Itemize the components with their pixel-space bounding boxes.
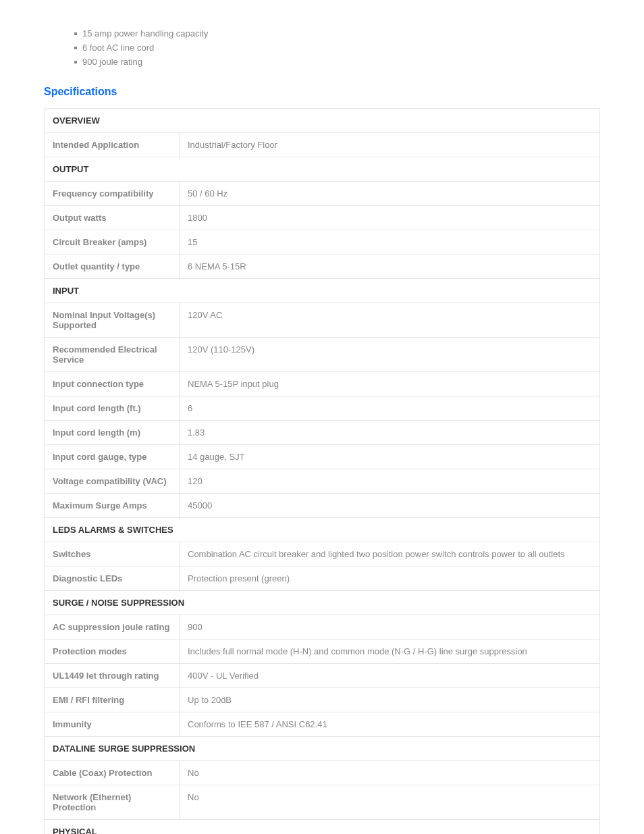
spec-value: 120V (110-125V) [180, 338, 600, 372]
spec-value: 400V - UL Verified [180, 664, 600, 688]
spec-value: 15 [180, 230, 600, 255]
spec-label: Diagnostic LEDs [45, 567, 180, 591]
spec-label: Input cord length (ft.) [45, 396, 180, 421]
spec-label: Circuit Breaker (amps) [45, 230, 180, 255]
feature-list: 15 amp power handling capacity 6 foot AC… [74, 27, 600, 69]
section-header: SURGE / NOISE SUPPRESSION [45, 591, 600, 615]
spec-label: Cable (Coax) Protection [45, 761, 180, 785]
section-header: OVERVIEW [45, 109, 600, 133]
table-row: UL1449 let through rating400V - UL Verif… [45, 664, 600, 688]
table-row: Maximum Surge Amps45000 [45, 494, 600, 518]
specifications-table: OVERVIEWIntended ApplicationIndustrial/F… [44, 108, 600, 834]
spec-label: Maximum Surge Amps [45, 494, 180, 518]
table-row: Network (Ethernet) ProtectionNo [45, 785, 600, 820]
table-row: Voltage compatibility (VAC)120 [45, 469, 600, 494]
table-row: Input cord length (ft.)6 [45, 396, 600, 421]
spec-value: Conforms to IEE 587 / ANSI C62.41 [180, 712, 600, 737]
table-row: Input cord gauge, type14 gauge, SJT [45, 445, 600, 469]
table-row: Cable (Coax) ProtectionNo [45, 761, 600, 785]
table-row: Input connection typeNEMA 5-15P input pl… [45, 372, 600, 396]
spec-value: No [180, 761, 600, 785]
spec-label: Nominal Input Voltage(s) Supported [45, 303, 180, 338]
section-header: PHYSICAL [45, 820, 600, 834]
spec-value: 1800 [180, 206, 600, 230]
section-header: LEDS ALARMS & SWITCHES [45, 518, 600, 542]
table-row: Diagnostic LEDsProtection present (green… [45, 567, 600, 591]
specifications-heading: Specifications [44, 86, 600, 98]
spec-label: Input connection type [45, 372, 180, 396]
table-row: Output watts1800 [45, 206, 600, 230]
spec-label: Intended Application [45, 133, 180, 157]
spec-label: Switches [45, 542, 180, 567]
table-row: Input cord length (m)1.83 [45, 421, 600, 445]
spec-label: Output watts [45, 206, 180, 230]
spec-label: UL1449 let through rating [45, 664, 180, 688]
spec-value: 50 / 60 Hz [180, 182, 600, 206]
spec-label: Immunity [45, 712, 180, 737]
spec-value: Industrial/Factory Floor [180, 133, 600, 157]
spec-label: Frequency compatibility [45, 182, 180, 206]
spec-value: Includes full normal mode (H-N) and comm… [180, 640, 600, 664]
spec-label: Input cord length (m) [45, 421, 180, 445]
spec-value: 1.83 [180, 421, 600, 445]
feature-item: 900 joule rating [74, 55, 600, 70]
spec-value: NEMA 5-15P input plug [180, 372, 600, 396]
table-row: Outlet quantity / type6 NEMA 5-15R [45, 255, 600, 279]
table-row: EMI / RFI filteringUp to 20dB [45, 688, 600, 712]
spec-label: Recommended Electrical Service [45, 338, 180, 372]
spec-value: 120 [180, 469, 600, 494]
spec-label: EMI / RFI filtering [45, 688, 180, 712]
spec-label: Protection modes [45, 640, 180, 664]
spec-label: Voltage compatibility (VAC) [45, 469, 180, 494]
spec-label: Network (Ethernet) Protection [45, 785, 180, 820]
section-header: DATALINE SURGE SUPPRESSION [45, 737, 600, 761]
table-row: Frequency compatibility50 / 60 Hz [45, 182, 600, 206]
spec-value: 6 NEMA 5-15R [180, 255, 600, 279]
spec-value: Up to 20dB [180, 688, 600, 712]
spec-value: No [180, 785, 600, 820]
spec-value: 45000 [180, 494, 600, 518]
table-row: Nominal Input Voltage(s) Supported120V A… [45, 303, 600, 338]
spec-value: 14 gauge, SJT [180, 445, 600, 469]
table-row: SwitchesCombination AC circuit breaker a… [45, 542, 600, 567]
table-row: AC suppression joule rating900 [45, 615, 600, 640]
feature-item: 6 foot AC line cord [74, 41, 600, 55]
spec-value: 900 [180, 615, 600, 640]
spec-label: AC suppression joule rating [45, 615, 180, 640]
spec-value: 6 [180, 396, 600, 421]
section-header: OUTPUT [45, 157, 600, 182]
table-row: Intended ApplicationIndustrial/Factory F… [45, 133, 600, 157]
table-row: ImmunityConforms to IEE 587 / ANSI C62.4… [45, 712, 600, 737]
spec-label: Outlet quantity / type [45, 255, 180, 279]
table-row: Protection modesIncludes full normal mod… [45, 640, 600, 664]
feature-item: 15 amp power handling capacity [74, 27, 600, 41]
section-header: INPUT [45, 279, 600, 303]
table-row: Circuit Breaker (amps)15 [45, 230, 600, 255]
table-row: Recommended Electrical Service120V (110-… [45, 338, 600, 372]
spec-label: Input cord gauge, type [45, 445, 180, 469]
spec-value: Protection present (green) [180, 567, 600, 591]
spec-value: Combination AC circuit breaker and light… [180, 542, 600, 567]
spec-value: 120V AC [180, 303, 600, 338]
